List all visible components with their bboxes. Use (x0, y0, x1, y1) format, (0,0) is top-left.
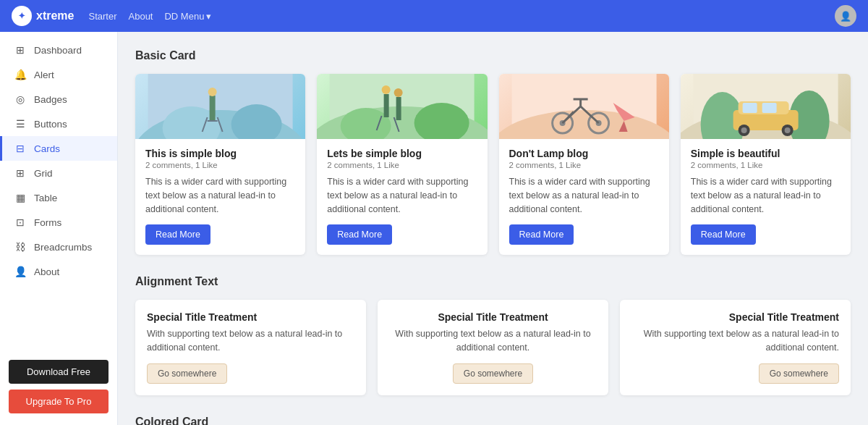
card-read-more-3[interactable]: Read More (691, 224, 756, 245)
sidebar-item-cards[interactable]: ⊟ Cards (0, 136, 117, 161)
basic-card-1: Lets be simple blog 2 comments, 1 Like T… (317, 74, 487, 255)
card-text-0: This is a wider card with supporting tex… (145, 175, 295, 216)
svg-point-29 (784, 127, 790, 133)
sidebar-item-label: Cards (34, 143, 60, 154)
basic-card-title: Basic Card (135, 49, 851, 62)
main-content: Basic Card (118, 32, 868, 425)
sidebar-item-label: Forms (34, 217, 61, 228)
download-free-button[interactable]: Download Free (9, 360, 109, 384)
brand-name: xtreme (36, 9, 74, 22)
svg-rect-12 (396, 97, 401, 120)
card-image-3 (681, 74, 851, 139)
alert-icon: 🔔 (14, 69, 27, 80)
card-read-more-2[interactable]: Read More (509, 224, 574, 245)
navbar-links: Starter About DD Menu ▾ (88, 11, 211, 22)
svg-rect-4 (210, 96, 216, 121)
align-card-btn-0[interactable]: Go somewhere (147, 363, 227, 384)
upgrade-pro-button[interactable]: Upgrade To Pro (9, 390, 109, 413)
nav-starter[interactable]: Starter (88, 11, 116, 22)
sidebar-item-label: Buttons (34, 119, 67, 130)
card-image-1 (317, 74, 487, 139)
sidebar-item-label: Grid (34, 168, 53, 179)
table-icon: ▦ (14, 192, 27, 203)
cards-icon: ⊟ (14, 143, 27, 154)
navbar: ✦ xtreme Starter About DD Menu ▾ 👤 (0, 0, 868, 32)
align-card-text-2: With supporting text below as a natural … (631, 327, 839, 355)
card-meta-3: 2 comments, 1 Like (691, 161, 841, 169)
alignment-cards-grid: Special Title Treatment With supporting … (135, 300, 851, 395)
card-read-more-0[interactable]: Read More (145, 224, 210, 245)
svg-rect-31 (762, 103, 776, 113)
sidebar: ⊞ Dashboard 🔔 Alert ◎ Badges ☰ Buttons ⊟… (0, 32, 118, 425)
align-card-title-2: Special Title Treatment (631, 311, 839, 323)
card-title-1: Lets be simple blog (327, 148, 477, 159)
sidebar-item-dashboard[interactable]: ⊞ Dashboard (0, 38, 117, 62)
svg-point-11 (382, 85, 391, 94)
colored-section-title: Colored Card (135, 416, 851, 425)
sidebar-item-buttons[interactable]: ☰ Buttons (0, 111, 117, 136)
grid-icon: ⊞ (14, 167, 27, 179)
sidebar-item-label: Alert (34, 70, 54, 80)
card-meta-2: 2 comments, 1 Like (509, 161, 659, 169)
about-icon: 👤 (14, 266, 27, 277)
brand-icon: ✦ (12, 6, 32, 26)
nav-dd-menu[interactable]: DD Menu ▾ (164, 11, 211, 22)
layout: ⊞ Dashboard 🔔 Alert ◎ Badges ☰ Buttons ⊟… (0, 32, 868, 425)
breadcrumbs-icon: ⛓ (14, 241, 27, 253)
align-card-text-0: With supporting text below as a natural … (147, 327, 354, 355)
badges-icon: ◎ (14, 93, 27, 105)
forms-icon: ⊡ (14, 216, 27, 228)
card-title-2: Don't Lamp blog (509, 148, 659, 159)
align-card-left: Special Title Treatment With supporting … (135, 300, 366, 395)
buttons-icon: ☰ (14, 118, 27, 130)
align-card-text-1: With supporting text below as a natural … (389, 327, 597, 355)
alignment-section-title: Alignment Text (135, 275, 851, 288)
sidebar-item-table[interactable]: ▦ Table (0, 185, 117, 210)
align-card-title-0: Special Title Treatment (147, 311, 354, 323)
basic-card-3: Simple is beautiful 2 comments, 1 Like T… (681, 74, 851, 255)
card-title-0: This is simple blog (145, 148, 295, 159)
sidebar-item-forms[interactable]: ⊡ Forms (0, 210, 117, 235)
sidebar-actions: Download Free Upgrade To Pro (0, 351, 117, 419)
card-image-0 (135, 74, 305, 139)
card-text-1: This is a wider card with supporting tex… (327, 175, 477, 216)
sidebar-item-label: About (34, 266, 59, 277)
card-meta-1: 2 comments, 1 Like (327, 161, 477, 169)
card-body-1: Lets be simple blog 2 comments, 1 Like T… (317, 139, 487, 255)
svg-rect-10 (384, 94, 389, 117)
svg-point-13 (394, 88, 403, 97)
svg-point-27 (741, 127, 746, 133)
basic-cards-grid: This is simple blog 2 comments, 1 Like T… (135, 74, 851, 255)
card-meta-0: 2 comments, 1 Like (145, 161, 295, 169)
card-read-more-1[interactable]: Read More (327, 224, 392, 245)
sidebar-item-about[interactable]: 👤 About (0, 259, 117, 284)
align-card-title-1: Special Title Treatment (389, 311, 597, 323)
sidebar-item-badges[interactable]: ◎ Badges (0, 87, 117, 111)
card-text-3: This is a wider card with supporting tex… (691, 175, 841, 216)
brand-logo[interactable]: ✦ xtreme (12, 6, 74, 26)
card-title-3: Simple is beautiful (691, 148, 841, 159)
align-card-btn-2[interactable]: Go somewhere (759, 363, 839, 384)
align-card-btn-1[interactable]: Go somewhere (453, 363, 533, 384)
basic-card-2: Don't Lamp blog 2 comments, 1 Like This … (499, 74, 669, 255)
align-card-center: Special Title Treatment With supporting … (378, 300, 608, 395)
sidebar-item-alert[interactable]: 🔔 Alert (0, 62, 117, 87)
sidebar-item-label: Badges (34, 94, 67, 105)
basic-card-0: This is simple blog 2 comments, 1 Like T… (135, 74, 305, 255)
user-avatar[interactable]: 👤 (835, 5, 856, 27)
sidebar-item-label: Dashboard (34, 45, 82, 56)
card-body-0: This is simple blog 2 comments, 1 Like T… (135, 139, 305, 255)
nav-about[interactable]: About (129, 11, 153, 22)
dashboard-icon: ⊞ (14, 44, 27, 56)
sidebar-item-label: Table (34, 193, 57, 203)
card-body-3: Simple is beautiful 2 comments, 1 Like T… (681, 139, 851, 255)
sidebar-item-breadcrumbs[interactable]: ⛓ Breadcrumbs (0, 235, 117, 259)
sidebar-item-grid[interactable]: ⊞ Grid (0, 161, 117, 185)
sidebar-item-label: Breadcrumbs (34, 242, 92, 253)
svg-rect-30 (742, 103, 757, 113)
card-text-2: This is a wider card with supporting tex… (509, 175, 659, 216)
svg-point-5 (208, 88, 217, 96)
align-card-right: Special Title Treatment With supporting … (620, 300, 851, 395)
card-body-2: Don't Lamp blog 2 comments, 1 Like This … (499, 139, 669, 255)
card-image-2 (499, 74, 669, 139)
